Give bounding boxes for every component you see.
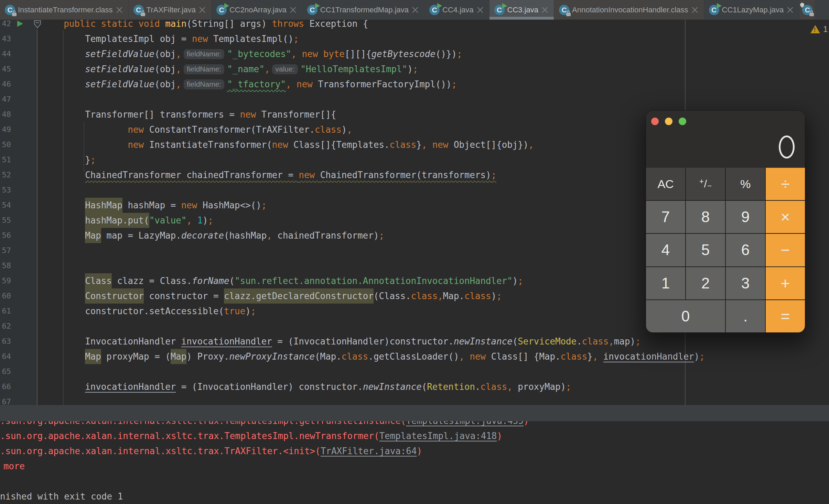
code-line-52: ChainedTransformer chainedTransformer = … [42, 167, 496, 183]
calc-button-0[interactable]: 0 [646, 300, 725, 332]
run-badge-icon [502, 3, 507, 9]
tab-cc4-java[interactable]: CCC4.java [424, 0, 489, 20]
calc-button-+[interactable]: + [766, 267, 805, 299]
calc-display-zero [779, 135, 795, 158]
calc-button-AC[interactable]: AC [646, 168, 685, 200]
close-tab-icon[interactable] [541, 7, 548, 13]
tab-label: TrAXFilter.java [147, 6, 196, 14]
calc-button-=[interactable]: = [766, 300, 805, 332]
line-number-45: 45 [0, 62, 11, 77]
fold-icon[interactable] [34, 20, 41, 29]
line-number-58: 58 [0, 258, 11, 273]
tab-cc3-java[interactable]: CCC3.java [489, 0, 554, 20]
calc-button-.[interactable]: . [726, 300, 765, 332]
line-number-54: 54 [0, 198, 11, 213]
console-line: more [3, 459, 25, 474]
close-tab-icon[interactable] [787, 7, 794, 13]
line-number-64: 64 [0, 349, 11, 364]
run-badge-icon [224, 3, 229, 9]
calc-button-+/-[interactable]: +/− [686, 168, 725, 200]
calc-button-1[interactable]: 1 [646, 267, 685, 299]
zoom-traffic-light[interactable] [679, 118, 686, 125]
line-number-52: 52 [0, 167, 11, 183]
calc-button-×[interactable]: × [766, 201, 805, 233]
calc-button-÷[interactable]: ÷ [766, 168, 805, 200]
code-line-45: setFieldValue(obj,fieldName:"_name",valu… [42, 62, 418, 77]
tab-cc1transformedmap-java[interactable]: CCC1TransformedMap.java [302, 0, 424, 20]
line-number-50: 50 [0, 137, 11, 152]
line-number-57: 57 [0, 243, 11, 258]
code-line-49: new ConstantTransformer(TrAXFilter.class… [42, 122, 352, 137]
line-number-55: 55 [0, 213, 11, 228]
close-traffic-light[interactable] [651, 118, 659, 125]
console-line: .sun.org.apache.xalan.internal.xsltc.tra… [0, 428, 502, 443]
line-number-66: 66 [0, 379, 11, 394]
code-line-63: InvocationHandler invocationHandler = (I… [42, 334, 641, 349]
tab-cc2noarray-java[interactable]: CCC2noArray.java [212, 0, 302, 20]
code-line-43: TemplatesImpl obj = new TemplatesImpl(); [42, 31, 299, 46]
calc-button-3[interactable]: 3 [726, 267, 765, 299]
tab-label: CC1TransformedMap.java [320, 6, 409, 14]
line-number-42: 42 [0, 20, 11, 31]
console-line: .sun.org.apache.xalan.internal.xsltc.tra… [0, 443, 422, 459]
calc-button-%[interactable]: % [726, 168, 765, 200]
calc-button-5[interactable]: 5 [686, 234, 725, 266]
close-tab-icon[interactable] [199, 7, 206, 13]
stacktrace-link[interactable]: TemplatesImpl.java:455 [406, 421, 524, 426]
tab-traxfilter-java[interactable]: CTrAXFilter.java [129, 0, 212, 20]
code-line-56: Map map = LazyMap.decorate(hashMap, chai… [42, 228, 384, 243]
run-gutter-icon[interactable] [17, 21, 23, 27]
line-number-53: 53 [0, 183, 11, 198]
run-badge-icon [717, 3, 722, 9]
close-tab-icon[interactable] [412, 7, 419, 13]
close-tab-icon[interactable] [477, 7, 484, 13]
close-tab-icon[interactable] [116, 7, 123, 13]
ide-window: CInstantiateTransformer.classCTrAXFilter… [0, 0, 829, 504]
line-number-62: 62 [0, 319, 11, 334]
calculator-display: 0 [646, 111, 805, 168]
line-number-49: 49 [0, 122, 11, 137]
line-number-48: 48 [0, 107, 11, 122]
editor-console-splitter[interactable] [0, 405, 829, 421]
line-number-44: 44 [0, 46, 11, 62]
line-number-67: 67 [0, 394, 11, 405]
tab-cc1lazymap-java[interactable]: CCC1LazyMap.java [704, 0, 800, 20]
calc-button-−[interactable]: − [766, 234, 805, 266]
editor-tab-bar: CInstantiateTransformer.classCTrAXFilter… [0, 0, 829, 20]
line-number-46: 46 [0, 77, 11, 92]
parameter-hint: value: [272, 64, 298, 74]
minimize-traffic-light[interactable] [665, 118, 672, 125]
warning-count: 1 [823, 24, 828, 34]
class-file-icon: C [5, 5, 15, 15]
tab-instantiatetransformer-class[interactable]: CInstantiateTransformer.class [0, 0, 129, 20]
code-line-64: Map proxyMap = (Map) Proxy.newProxyInsta… [42, 349, 705, 364]
gutter-separator [37, 29, 37, 405]
tab-label: CC2noArray.java [229, 6, 287, 14]
calc-button-9[interactable]: 9 [726, 201, 765, 233]
stacktrace-link[interactable]: TemplatesImpl.java:418 [379, 431, 497, 441]
run-console[interactable]: .sun.org.apache.xalan.internal.xsltc.tra… [0, 421, 829, 504]
console-line: .sun.org.apache.xalan.internal.xsltc.tra… [0, 421, 529, 428]
parameter-hint: fieldName: [184, 49, 224, 59]
line-number-65: 65 [0, 364, 11, 379]
calc-button-4[interactable]: 4 [646, 234, 685, 266]
calc-button-7[interactable]: 7 [646, 201, 685, 233]
calc-button-8[interactable]: 8 [686, 201, 725, 233]
tab-label: AnnotationInvocationHandler.class [572, 6, 688, 14]
code-line-51: }; [42, 152, 96, 167]
tab-annotationinvocationhandler-class[interactable]: CAnnotationInvocationHandler.class [554, 0, 704, 20]
line-number-47: 47 [0, 92, 11, 107]
class-file-icon: C [709, 5, 719, 15]
inspections-widget[interactable]: 1 [810, 24, 828, 34]
class-file-icon: C [494, 5, 505, 15]
tab-partial[interactable]: C [799, 0, 815, 20]
close-tab-icon[interactable] [290, 7, 297, 13]
stacktrace-link[interactable]: TrAXFilter.java:64 [321, 446, 417, 456]
calc-button-2[interactable]: 2 [686, 267, 725, 299]
close-tab-icon[interactable] [691, 7, 698, 13]
code-line-61: constructor.setAccessible(true); [42, 304, 256, 319]
calc-button-6[interactable]: 6 [726, 234, 765, 266]
calculator-window: 0 AC+/−%÷789×456−123+0.= [646, 111, 805, 332]
line-number-43: 43 [0, 31, 11, 46]
tab-label: CC4.java [442, 6, 473, 14]
